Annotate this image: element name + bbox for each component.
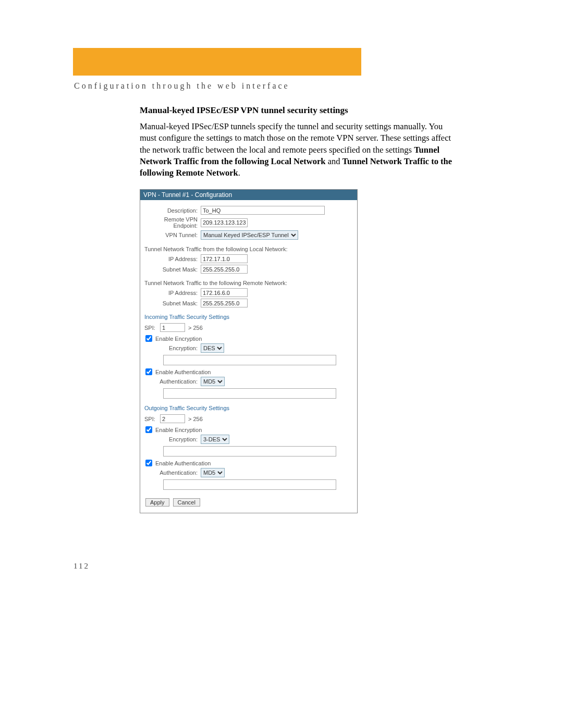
remote-mask-row: Subnet Mask: bbox=[143, 299, 354, 307]
incoming-auth-key-textarea[interactable] bbox=[163, 388, 336, 399]
button-row: Apply Cancel bbox=[143, 495, 354, 508]
incoming-heading: Incoming Traffic Security Settings bbox=[144, 314, 354, 320]
remote-ip-label: IP Address: bbox=[143, 290, 201, 296]
vpntunnel-select[interactable]: Manual Keyed IPSec/ESP Tunnel bbox=[201, 230, 298, 240]
incoming-auth-label: Authentication: bbox=[143, 378, 201, 385]
local-ip-input[interactable] bbox=[201, 254, 248, 263]
panel-titlebar: VPN - Tunnel #1 - Configuration bbox=[140, 190, 357, 200]
endpoint-row: Remote VPN Endpoint: bbox=[143, 216, 354, 229]
incoming-spi-input[interactable] bbox=[160, 323, 185, 332]
outgoing-enable-encryption-checkbox[interactable] bbox=[145, 426, 152, 433]
period-text: . bbox=[238, 168, 240, 178]
incoming-enable-auth-checkbox[interactable] bbox=[145, 368, 152, 375]
incoming-spi-label: SPI: bbox=[143, 325, 160, 331]
outgoing-encryption-select[interactable]: 3-DES bbox=[201, 435, 229, 444]
outgoing-enc-checkbox-row: Enable Encryption bbox=[145, 426, 354, 433]
local-ip-label: IP Address: bbox=[143, 256, 201, 262]
incoming-enc-row: Encryption: DES bbox=[143, 343, 354, 353]
outgoing-enable-auth-checkbox[interactable] bbox=[145, 460, 152, 466]
endpoint-input[interactable] bbox=[201, 218, 248, 227]
outgoing-enc-row: Encryption: 3-DES bbox=[143, 435, 354, 444]
section-title: Manual-keyed IPSEc/ESP VPN tunnel securi… bbox=[140, 105, 457, 116]
outgoing-spi-input[interactable] bbox=[160, 414, 185, 423]
endpoint-label: Remote VPN Endpoint: bbox=[143, 216, 201, 229]
incoming-encryption-select[interactable]: DES bbox=[201, 343, 224, 353]
incoming-enable-auth-label: Enable Authentication bbox=[155, 369, 211, 375]
local-mask-label: Subnet Mask: bbox=[143, 266, 201, 273]
incoming-enable-encryption-checkbox[interactable] bbox=[145, 335, 152, 342]
incoming-auth-select[interactable]: MD5 bbox=[201, 377, 225, 386]
outgoing-enable-encryption-label: Enable Encryption bbox=[155, 427, 202, 433]
banner-graphic bbox=[73, 48, 361, 76]
outgoing-auth-label: Authentication: bbox=[143, 470, 201, 476]
and-text: and bbox=[326, 156, 342, 166]
cancel-button[interactable]: Cancel bbox=[173, 498, 200, 507]
incoming-enc-checkbox-row: Enable Encryption bbox=[145, 335, 354, 342]
incoming-encryption-key-textarea[interactable] bbox=[163, 355, 336, 365]
remote-mask-input[interactable] bbox=[201, 299, 248, 307]
outgoing-auth-checkbox-row: Enable Authentication bbox=[145, 460, 354, 466]
description-row: Description: bbox=[143, 206, 354, 215]
vpntunnel-label: VPN Tunnel: bbox=[143, 232, 201, 238]
outgoing-encryption-key-textarea[interactable] bbox=[163, 446, 336, 456]
vpntunnel-row: VPN Tunnel: Manual Keyed IPSec/ESP Tunne… bbox=[143, 230, 354, 240]
local-ip-row: IP Address: bbox=[143, 254, 354, 263]
local-mask-row: Subnet Mask: bbox=[143, 265, 354, 274]
local-network-heading: Tunnel Network Traffic from the followin… bbox=[144, 246, 354, 252]
incoming-enc-label: Encryption: bbox=[143, 345, 201, 351]
outgoing-auth-key-textarea[interactable] bbox=[163, 479, 336, 490]
description-input[interactable] bbox=[201, 206, 325, 215]
remote-ip-input[interactable] bbox=[201, 288, 248, 297]
page-number: 112 bbox=[74, 562, 90, 571]
page-header: Configuration through the web interface bbox=[74, 81, 290, 91]
outgoing-enable-auth-label: Enable Authentication bbox=[155, 460, 211, 466]
apply-button[interactable]: Apply bbox=[145, 498, 169, 507]
vpn-config-panel: VPN - Tunnel #1 - Configuration Descript… bbox=[140, 189, 358, 513]
incoming-auth-checkbox-row: Enable Authentication bbox=[145, 368, 354, 375]
remote-ip-row: IP Address: bbox=[143, 288, 354, 297]
local-mask-input[interactable] bbox=[201, 265, 248, 274]
remote-mask-label: Subnet Mask: bbox=[143, 300, 201, 306]
body-paragraph: Manual-keyed IPSec/ESP tunnels specify t… bbox=[140, 121, 457, 179]
outgoing-spi-note: > 256 bbox=[188, 416, 203, 422]
outgoing-heading: Outgoing Traffic Security Settings bbox=[144, 405, 354, 411]
description-label: Description: bbox=[143, 207, 201, 214]
panel-body: Description: Remote VPN Endpoint: VPN Tu… bbox=[140, 200, 357, 513]
outgoing-spi-row: SPI: > 256 bbox=[143, 414, 354, 423]
outgoing-spi-label: SPI: bbox=[143, 416, 160, 422]
remote-network-heading: Tunnel Network Traffic to the following … bbox=[144, 280, 354, 286]
incoming-enable-encryption-label: Enable Encryption bbox=[155, 336, 202, 342]
incoming-spi-note: > 256 bbox=[188, 325, 203, 331]
paragraph-text: Manual-keyed IPSec/ESP tunnels specify t… bbox=[140, 121, 451, 155]
incoming-spi-row: SPI: > 256 bbox=[143, 323, 354, 332]
outgoing-auth-select[interactable]: MD5 bbox=[201, 468, 225, 477]
outgoing-auth-row: Authentication: MD5 bbox=[143, 468, 354, 477]
content-area: Manual-keyed IPSEc/ESP VPN tunnel securi… bbox=[140, 105, 457, 181]
incoming-auth-row: Authentication: MD5 bbox=[143, 377, 354, 386]
outgoing-enc-label: Encryption: bbox=[143, 436, 201, 442]
